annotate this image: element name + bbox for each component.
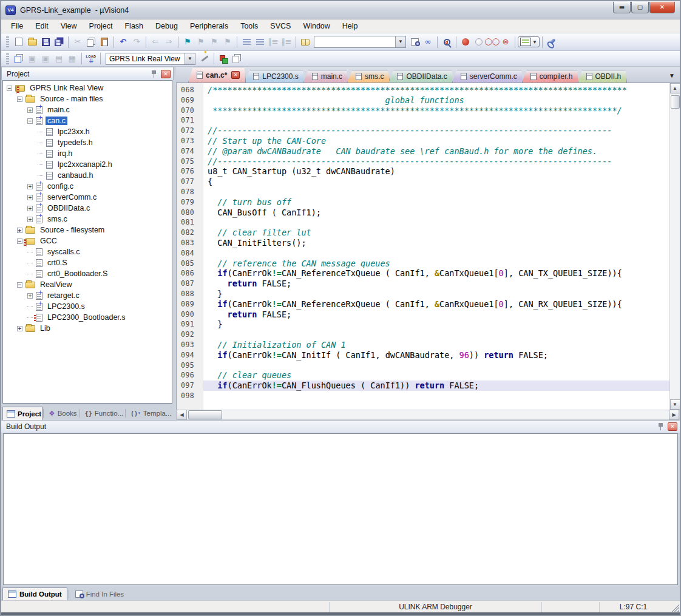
tree-item-typedefs-h[interactable]: typedefs.h (3, 137, 172, 148)
paste-button[interactable] (98, 35, 111, 49)
navigate-forward-button[interactable]: ⇒ (162, 35, 175, 49)
configuration-button[interactable] (545, 35, 558, 49)
tree-item-main-c[interactable]: +main.c (3, 104, 172, 115)
find-in-files-book-button[interactable] (299, 35, 312, 49)
scroll-up-button[interactable]: ▲ (670, 83, 680, 93)
bottom-tab-build-output[interactable]: Build Output (2, 587, 67, 600)
code-line[interactable]: // turn bus off (203, 197, 669, 208)
collapse-icon[interactable]: − (27, 118, 33, 124)
editor-tab-lpc2300-s[interactable]: LPC2300.s (245, 70, 304, 83)
tab-list-button[interactable]: ▼ (669, 72, 675, 79)
code-line[interactable] (203, 248, 669, 259)
tree-item-lib[interactable]: +Lib (3, 323, 172, 334)
code-line[interactable]: { (203, 177, 669, 187)
tree-item-gcc[interactable]: −GCC (3, 235, 172, 246)
collapse-icon[interactable]: − (17, 282, 22, 288)
search-input[interactable] (314, 37, 395, 47)
bookmark-next-button[interactable]: ⚑ (208, 35, 221, 49)
target-select-combobox[interactable]: GPRS Link Real View ▼ (106, 53, 195, 65)
code-view[interactable]: 0680690700710720730740750760770780790800… (176, 83, 680, 410)
code-line[interactable]: // clear filter lut (203, 228, 669, 238)
maximize-button[interactable]: ▢ (631, 2, 649, 13)
menu-peripherals[interactable]: Peripherals (184, 20, 234, 32)
code-text[interactable]: /***************************************… (203, 83, 669, 410)
code-line[interactable] (203, 391, 669, 401)
save-button[interactable] (39, 35, 52, 49)
editor-tab-can-c-[interactable]: can.c*✕ (188, 67, 246, 83)
redo-button[interactable]: ↷ (130, 35, 143, 49)
tree-item-sms-c[interactable]: +sms.c (3, 214, 172, 225)
editor-tab-sms-c[interactable]: sms.c (347, 70, 390, 83)
code-line[interactable]: if(CanErrOk!=CAN_ReferenceTxQueue ( CanI… (203, 268, 669, 279)
menu-project[interactable]: Project (83, 20, 119, 32)
bookmark-prev-button[interactable]: ⚑ (194, 35, 208, 49)
tree-item-obdiidata-c[interactable]: +OBDIIData.c (3, 203, 172, 214)
build-output-content[interactable] (3, 433, 678, 585)
scroll-down-button[interactable]: ▼ (670, 399, 680, 410)
code-line[interactable]: // reference the CAN message queues (203, 259, 669, 269)
code-line[interactable]: if(CanErrOk!=CAN_ReferenceRxQueue ( CanI… (203, 299, 669, 310)
expand-icon[interactable]: + (27, 195, 33, 200)
outdent-button[interactable] (253, 35, 266, 49)
tree-item-syscalls-c[interactable]: syscalls.c (3, 246, 172, 257)
code-line[interactable]: if(CanErrOk!=CAN_FlushQueues ( CanIf1)) … (203, 381, 669, 391)
code-line[interactable]: u8_t CAN_Startup (u32_t dwCANBaudrate) (203, 166, 669, 177)
menu-edit[interactable]: Edit (29, 20, 55, 32)
code-line[interactable]: // clear queues (203, 370, 669, 381)
code-line[interactable]: return FALSE; (203, 310, 669, 320)
code-line[interactable]: ****************************************… (203, 106, 669, 116)
find-in-files-button[interactable] (408, 35, 421, 49)
collapse-icon[interactable]: − (17, 96, 22, 102)
panel-tab-functio-[interactable]: {}Functio... (81, 407, 124, 420)
code-line[interactable] (203, 217, 669, 228)
panel-tab-templa-[interactable]: ()▾Templa... (126, 407, 172, 420)
debug-restore-views-button[interactable]: ▼ (518, 36, 540, 47)
incremental-find-button[interactable]: ∞ (421, 35, 435, 49)
breakpoint-disable-all-button[interactable]: ◯◯ (486, 35, 499, 49)
undo-button[interactable]: ↶ (117, 35, 130, 49)
tree-item-lpc23xx-h[interactable]: lpc23xx.h (3, 126, 172, 137)
resize-grip[interactable] (669, 602, 679, 612)
panel-tab-books[interactable]: ❖Books (44, 407, 79, 420)
horizontal-scroll-thumb[interactable] (188, 410, 222, 419)
indent-button[interactable] (240, 35, 253, 49)
code-line[interactable]: CAN_BusOff ( CanIf1); (203, 208, 669, 218)
tree-item-crt0-bootloader-s[interactable]: crt0_Bootloader.S (3, 268, 172, 279)
code-line[interactable]: // Start up the CAN-Core (203, 136, 669, 146)
cut-button[interactable]: ✂ (71, 35, 84, 49)
download-flash-button[interactable]: LOAD ⇊ (84, 53, 98, 65)
code-line[interactable]: CAN_InitFilters(); (203, 238, 669, 248)
horizontal-scrollbar[interactable]: ◀ ▶ (176, 410, 680, 420)
code-line[interactable]: //--------------------------------------… (203, 157, 669, 167)
manage-project-items-button[interactable] (217, 53, 230, 65)
bottom-tab-find-in-files[interactable]: Find In Files (70, 587, 129, 600)
tree-item-servercomm-c[interactable]: +serverComm.c (3, 192, 172, 203)
code-line[interactable]: } (203, 289, 669, 299)
tree-item-retarget-c[interactable]: +retarget.c (3, 290, 172, 301)
tree-item-lpc2300-bootloader-s[interactable]: LPC2300_Bootloader.s (3, 312, 172, 323)
menu-svcs[interactable]: SVCS (264, 20, 297, 32)
code-line[interactable] (203, 360, 669, 371)
tree-item-lpc2300-s[interactable]: LPC2300.s (3, 301, 172, 312)
editor-tab-obdii-h[interactable]: OBDII.h (578, 70, 628, 83)
minimize-button[interactable]: ▬ (613, 2, 631, 13)
code-line[interactable] (203, 187, 669, 197)
code-line[interactable] (203, 330, 669, 340)
code-line[interactable]: // Initialization of CAN 1 (203, 340, 669, 350)
bookmark-toggle-button[interactable]: ⚑ (181, 35, 194, 49)
expand-icon[interactable]: + (27, 107, 33, 113)
comment-button[interactable]: ∥≡ (266, 35, 280, 49)
collapse-icon[interactable]: − (17, 239, 22, 244)
code-line[interactable]: } (203, 319, 669, 330)
panel-tab-project[interactable]: Project (2, 407, 42, 420)
breakpoint-kill-all-button[interactable]: ⊗ (499, 35, 512, 49)
expand-icon[interactable]: + (27, 217, 33, 222)
chevron-down-icon[interactable]: ▼ (185, 53, 195, 64)
chevron-down-icon[interactable]: ▼ (395, 36, 405, 47)
code-line[interactable]: // @param dwCANBaudrate CAN baudrate see… (203, 146, 669, 157)
breakpoint-insert-button[interactable] (459, 35, 472, 49)
tree-item-source-filesystem[interactable]: +Source - filesystem (3, 225, 172, 235)
code-line[interactable]: /***************************************… (203, 85, 669, 95)
new-file-button[interactable] (12, 35, 25, 49)
menu-help[interactable]: Help (336, 20, 364, 32)
